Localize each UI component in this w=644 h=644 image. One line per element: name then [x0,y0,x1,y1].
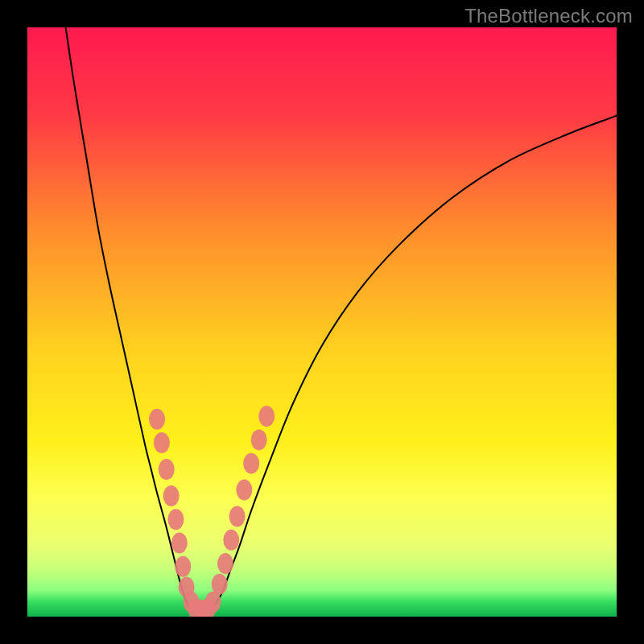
marker-4 [167,509,184,530]
marker-6 [175,556,191,577]
curve-right-branch [213,116,617,608]
marker-3 [163,485,180,506]
marker-19 [251,429,267,450]
marker-18 [243,453,259,474]
marker-13 [212,574,228,595]
outer-frame: TheBottleneck.com [0,0,644,644]
marker-20 [258,406,275,427]
watermark-text: TheBottleneck.com [464,5,633,27]
marker-1 [154,432,170,453]
marker-14 [217,553,233,574]
curve-layer [27,27,617,617]
marker-0 [149,409,165,430]
marker-17 [236,480,252,501]
marker-15 [223,530,239,551]
marker-2 [159,459,175,480]
plot-area [27,27,617,617]
marker-5 [171,533,188,554]
marker-16 [229,506,246,527]
